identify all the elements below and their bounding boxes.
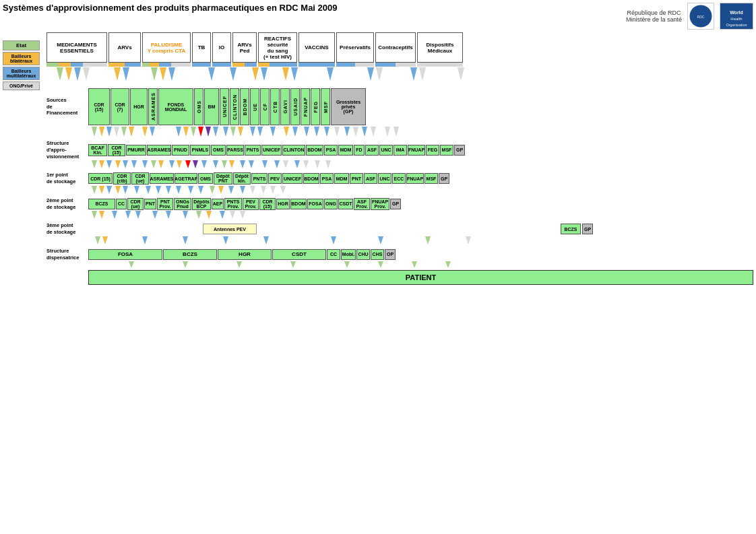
svg-marker-68 — [169, 160, 175, 168]
rdc-logo: RDC — [687, 3, 714, 30]
svg-marker-22 — [367, 67, 374, 81]
svg-marker-111 — [166, 211, 171, 219]
svg-text:Health: Health — [730, 17, 742, 21]
svg-marker-115 — [220, 211, 225, 219]
sources-label: SourcesdeFinancement — [46, 97, 88, 116]
stock1-nodes: CDR (15) CDR(ctb) CDR(ue) ASRAMES AGETRA… — [88, 172, 449, 185]
svg-marker-42 — [230, 127, 236, 137]
node-pev-s1: PEV — [268, 173, 282, 184]
stock2-label: 2ème pointde stockage — [46, 197, 88, 211]
node-oms: OMS — [194, 88, 203, 125]
svg-marker-44 — [250, 127, 255, 137]
page-title: Systèmes d'approvisionnement des produit… — [3, 3, 338, 13]
svg-marker-96 — [198, 186, 203, 194]
svg-marker-39 — [206, 127, 211, 137]
node-msf-s1: MSF — [424, 173, 438, 184]
patient-bar: PATIENT — [88, 270, 753, 285]
struct-disp-nodes: FOSA BCZS HGR CSDT CC Mobi. CHU CHS OP — [88, 249, 396, 260]
svg-marker-104 — [280, 186, 286, 194]
node-agetraf-s1: AGETRAF — [175, 173, 197, 184]
svg-marker-83 — [315, 160, 320, 168]
svg-marker-84 — [325, 160, 331, 168]
product-medicaments: MEDICAMENTSESSENTIELS — [46, 32, 107, 63]
node-oms-str: OMS — [211, 145, 226, 156]
svg-text:RDC: RDC — [697, 15, 705, 19]
svg-marker-74 — [222, 160, 227, 168]
node-pnt-s1: PNT — [350, 173, 363, 184]
sources-nodes: CDR(15) CDR(7) HGR ASRAMES FONDSMONDIAL … — [88, 88, 366, 125]
product-boxes-row: MEDICAMENTSESSENTIELS ARVs PALUDISMEY co… — [46, 32, 753, 63]
svg-marker-117 — [240, 211, 245, 219]
arrows-down-7 — [88, 261, 753, 269]
node-chs-sd: CHS — [371, 249, 384, 260]
node-hgr-sd: HGR — [218, 249, 272, 260]
node-asrames-s1: ASRAMES — [150, 173, 174, 184]
product-preservatifs: Préservatifs — [336, 32, 374, 63]
node-pnts-s1: PNTS — [251, 173, 267, 184]
stock2-section: 2ème pointde stockage BCZS CC CDR(ue) PN… — [46, 197, 753, 211]
svg-marker-109 — [135, 211, 141, 219]
node-parss: PARSS — [226, 145, 244, 156]
node-mdm-str: MDM — [338, 145, 353, 156]
svg-marker-97 — [210, 186, 215, 194]
structure-label: Structured'appro-visionnement — [46, 140, 88, 160]
arrows-svg-6 — [88, 236, 753, 247]
svg-marker-72 — [201, 160, 207, 168]
stock2-nodes: BCZS CC CDR(ue) PNT PNTProv. ONGsPnud Dé… — [88, 198, 401, 210]
svg-marker-15 — [208, 67, 215, 81]
svg-marker-116 — [230, 211, 235, 219]
svg-marker-18 — [261, 67, 267, 81]
svg-marker-113 — [196, 211, 201, 219]
legend: Etat Bailleurs bilatéraux Bailleurs mult… — [3, 40, 40, 90]
node-msf-src: MSF — [321, 88, 330, 125]
node-fonds-mondial: FONDSMONDIAL — [158, 88, 193, 125]
svg-marker-99 — [228, 186, 234, 194]
svg-marker-12 — [151, 67, 158, 81]
svg-marker-95 — [188, 186, 193, 194]
svg-marker-61 — [106, 160, 112, 168]
node-bm: BM — [204, 88, 219, 125]
color-bars-1 — [46, 63, 753, 67]
node-fd-str: FD — [354, 145, 365, 156]
node-bdom-s1: BDOM — [303, 173, 319, 184]
product-arvs-ped: ARVsPed — [232, 32, 257, 63]
svg-marker-33 — [142, 127, 148, 137]
svg-marker-56 — [371, 127, 376, 137]
svg-marker-29 — [106, 127, 112, 137]
svg-marker-106 — [99, 211, 104, 219]
svg-marker-76 — [240, 160, 245, 168]
svg-marker-48 — [292, 127, 298, 137]
svg-marker-131 — [290, 261, 296, 268]
node-bczs-sd: BCZS — [163, 249, 217, 260]
svg-marker-24 — [410, 67, 417, 81]
svg-marker-50 — [314, 127, 319, 137]
svg-marker-124 — [331, 236, 336, 244]
header: Systèmes d'approvisionnement des produit… — [3, 3, 753, 30]
svg-marker-11 — [123, 67, 129, 81]
svg-marker-125 — [378, 236, 383, 244]
svg-marker-71 — [193, 160, 198, 168]
legend-ong: ONG/Privé — [3, 81, 40, 90]
arrows-svg-4 — [88, 186, 753, 197]
node-bczs-s2: BCZS — [88, 199, 115, 209]
node-bczs-s3: BCZS — [561, 224, 581, 234]
node-bdom-s2: BDOM — [290, 199, 307, 209]
arrows-down-6 — [88, 236, 753, 247]
svg-marker-85 — [92, 186, 97, 194]
svg-marker-81 — [294, 160, 300, 168]
node-oms-s1: OMS — [198, 173, 213, 184]
node-csdt-s2: CSDT — [338, 199, 353, 209]
stock1-label: 1er pointde stockage — [46, 172, 88, 185]
svg-marker-20 — [291, 67, 298, 81]
svg-marker-118 — [95, 236, 100, 244]
node-asrames-str: ASRAMES — [147, 145, 171, 156]
svg-marker-107 — [112, 211, 117, 219]
node-csdt-sd: CSDT — [272, 249, 326, 260]
node-ima-str: IMA — [393, 145, 407, 156]
node-fnuap-src: FNUAP — [301, 88, 310, 125]
node-unc-s1: UNC — [378, 173, 391, 184]
node-depots-s2: DépôtsBCP — [192, 198, 211, 210]
arrows-down-5 — [88, 211, 753, 222]
svg-marker-38 — [198, 127, 203, 137]
node-mobi-sd: Mobi. — [341, 249, 356, 260]
